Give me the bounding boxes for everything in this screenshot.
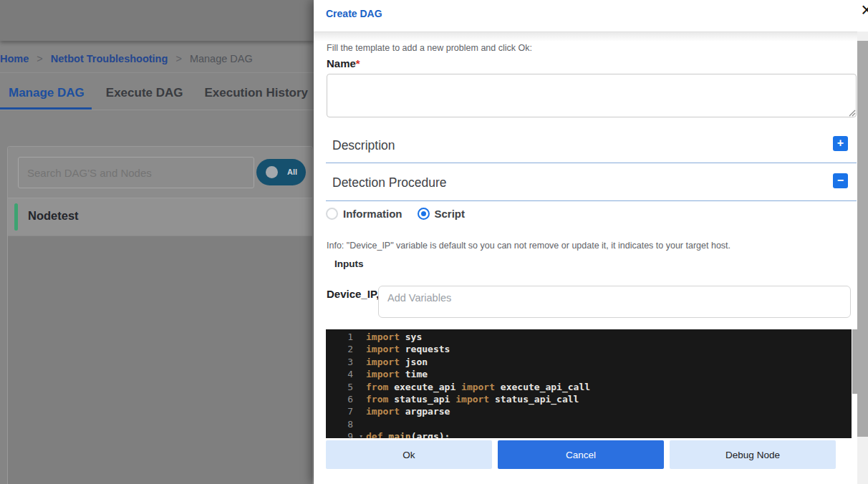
- code-line: 9▾def main(args):: [326, 430, 852, 438]
- list-item-nodetest[interactable]: Nodetest: [8, 198, 312, 236]
- breadcrumb-separator: >: [175, 53, 181, 64]
- code-text: from status_api import status_api_call: [357, 393, 579, 405]
- modal-button-row: Ok Cancel Debug Node: [326, 440, 836, 469]
- modal-scrollbar-thumb[interactable]: [857, 41, 868, 437]
- ok-button[interactable]: Ok: [326, 440, 492, 469]
- close-icon[interactable]: ×: [861, 1, 868, 20]
- code-text: [357, 418, 366, 430]
- code-line: 8: [326, 418, 852, 430]
- line-number: 3: [326, 356, 357, 368]
- name-textarea[interactable]: [327, 74, 857, 117]
- code-text: import json: [357, 356, 428, 368]
- breadcrumb-netbot-troubleshooting[interactable]: Netbot Troubleshooting: [51, 53, 168, 64]
- tabs-divider: [0, 110, 314, 110]
- section-detection-label: Detection Procedure: [332, 175, 447, 190]
- node-label: Nodetest: [28, 209, 79, 223]
- search-input[interactable]: [18, 157, 254, 188]
- radio-script[interactable]: [418, 208, 430, 220]
- collapse-minus-icon[interactable]: −: [833, 173, 848, 188]
- procedure-type-radios: Information Script: [326, 208, 465, 220]
- device-ip-info-note: Info: "Device_IP" variable is default so…: [327, 241, 730, 251]
- breadcrumb: Home > Netbot Troubleshooting > Manage D…: [0, 53, 253, 64]
- modal-scrollbar[interactable]: [857, 32, 868, 484]
- add-variables-input[interactable]: [378, 286, 851, 318]
- tab-manage-dag[interactable]: Manage DAG: [9, 86, 85, 100]
- code-line: 7import argparse: [326, 405, 852, 417]
- breadcrumb-current: Manage DAG: [190, 53, 253, 64]
- inputs-label: Inputs: [334, 258, 364, 269]
- radio-information-label[interactable]: Information: [343, 208, 402, 220]
- code-text: import requests: [357, 343, 450, 355]
- line-number: 5: [326, 381, 357, 393]
- name-label-text: Name: [327, 57, 356, 69]
- node-accent-bar: [14, 203, 18, 231]
- tab-execute-dag[interactable]: Execute DAG: [106, 86, 183, 100]
- name-label: Name*: [327, 57, 360, 69]
- code-text: import argparse: [357, 405, 450, 417]
- code-text: def main(args):: [357, 430, 450, 438]
- code-line: 5from execute_api import execute_api_cal…: [326, 381, 852, 393]
- line-number: 7: [326, 405, 357, 417]
- code-line: 6from status_api import status_api_call: [326, 393, 852, 405]
- search-row: All: [8, 147, 312, 198]
- code-line: 3import json: [326, 356, 852, 368]
- code-text: from execute_api import execute_api_call: [357, 381, 590, 393]
- modal-title: Create DAG: [326, 8, 382, 19]
- fold-caret-icon[interactable]: ▾: [360, 430, 363, 438]
- radio-script-label[interactable]: Script: [435, 208, 466, 220]
- breadcrumb-divider: [0, 72, 314, 73]
- background-page: Home > Netbot Troubleshooting > Manage D…: [0, 0, 314, 484]
- create-dag-modal: Create DAG × Fill the template to add a …: [314, 0, 868, 484]
- line-number: 1: [326, 331, 357, 343]
- breadcrumb-separator: >: [37, 53, 42, 64]
- code-text: import time: [357, 368, 428, 380]
- script-code-editor[interactable]: 1import sys2import requests3import json4…: [326, 329, 852, 438]
- breadcrumb-home[interactable]: Home: [0, 53, 29, 64]
- code-line: 2import requests: [326, 343, 852, 355]
- toggle-label: All: [287, 168, 297, 176]
- code-text: import sys: [357, 331, 422, 343]
- device-ip-variable: Device_IP,: [327, 288, 379, 300]
- tab-bar: Manage DAG Execute DAG Execution History: [9, 86, 308, 100]
- section-description-label: Description: [332, 138, 395, 153]
- all-toggle[interactable]: All: [256, 159, 306, 185]
- intro-text: Fill the template to add a new problem a…: [327, 43, 532, 53]
- toggle-knob-icon: [266, 166, 278, 178]
- line-number: 9▾: [326, 430, 357, 438]
- code-line: 1import sys: [326, 331, 852, 343]
- line-number: 4: [326, 368, 357, 380]
- line-number: 6: [326, 393, 357, 405]
- required-asterisk: *: [356, 57, 360, 69]
- section-divider: [326, 163, 857, 163]
- line-number: 2: [326, 343, 357, 355]
- header-shadow: [314, 32, 868, 42]
- cancel-button[interactable]: Cancel: [498, 440, 664, 469]
- radio-information[interactable]: [326, 208, 338, 220]
- dag-list-panel: All Nodetest: [7, 146, 313, 484]
- app-topbar: [0, 0, 314, 41]
- line-number: 8: [326, 418, 357, 430]
- code-line: 4import time: [326, 368, 852, 380]
- section-divider: [326, 200, 857, 201]
- tab-execution-history[interactable]: Execution History: [205, 86, 309, 100]
- debug-node-button[interactable]: Debug Node: [670, 440, 836, 469]
- expand-plus-icon[interactable]: +: [833, 136, 848, 151]
